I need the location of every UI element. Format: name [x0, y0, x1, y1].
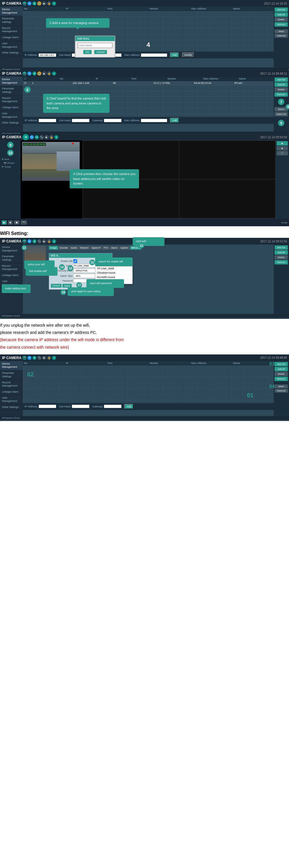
- ctrl-record-btn[interactable]: ⏺: [14, 220, 20, 224]
- mac-input-2[interactable]: [141, 119, 167, 122]
- rp3-play[interactable]: ▶: [277, 141, 288, 146]
- dialog-ok[interactable]: OK: [83, 50, 92, 54]
- lock-icon-5[interactable]: 🔒: [47, 356, 51, 360]
- sidebar-2-param[interactable]: Parameter Settings: [0, 86, 23, 95]
- ip-input-2[interactable]: [39, 119, 56, 122]
- tree-item-3[interactable]: ▼ Group: [0, 165, 21, 169]
- record-icon-3[interactable]: ▶: [44, 135, 48, 139]
- rp2-add-sel[interactable]: Add Sel: [275, 78, 288, 82]
- ctrl-stop-btn[interactable]: ■: [8, 220, 12, 224]
- info-icon-4[interactable]: ℹ: [52, 239, 56, 243]
- settings-icon-4[interactable]: ⚙: [32, 239, 36, 243]
- rp4-add-all[interactable]: Add All: [275, 250, 288, 255]
- add-btn-2[interactable]: Add: [170, 118, 179, 123]
- gateway-input-2[interactable]: [104, 119, 121, 122]
- subnet-input-2[interactable]: [72, 119, 89, 122]
- sidebar-device-mgmt[interactable]: Device Management: [0, 7, 23, 16]
- rp2-refresh[interactable]: Refresh: [275, 92, 288, 97]
- network-icon[interactable]: 🌐: [37, 1, 41, 5]
- sidebar-2-other[interactable]: Other Settings: [0, 120, 23, 126]
- tree-item-1[interactable]: ▼ Area: [0, 157, 21, 161]
- rp5-delete[interactable]: Delete: [275, 372, 288, 376]
- rp2-select-all[interactable]: Select All: [275, 112, 288, 116]
- rp3-full[interactable]: ⛶: [277, 151, 288, 155]
- ip-input-5[interactable]: [39, 405, 56, 408]
- rp5-select[interactable]: Select: [275, 384, 288, 388]
- dialog-add-area[interactable]: Add Area OK Cancel: [75, 36, 115, 58]
- add-btn[interactable]: Add: [170, 52, 179, 58]
- sidebar-linkage-alarm[interactable]: Linkage Alarm: [0, 35, 23, 41]
- refresh-icon-3[interactable]: ↻: [30, 135, 34, 139]
- dialog-cancel[interactable]: Cancel: [94, 50, 107, 54]
- lock-icon-3[interactable]: 🔒: [49, 135, 53, 139]
- sidebar-param-settings[interactable]: Parameter Settings: [0, 16, 23, 25]
- record-icon-5[interactable]: ▶: [42, 356, 46, 360]
- sidebar-4-param[interactable]: Parameter Settings: [0, 254, 23, 263]
- rp-select-all[interactable]: Select All: [275, 34, 288, 38]
- tab-ptz[interactable]: PTZ: [102, 246, 110, 250]
- wifi-option-3[interactable]: HUAWEI-Guest: [95, 275, 132, 279]
- info-icon[interactable]: ℹ: [52, 1, 56, 5]
- network-icon-2[interactable]: 🌐: [37, 71, 41, 75]
- tab-encode[interactable]: Encode: [59, 246, 69, 250]
- record-icon[interactable]: ▶: [42, 1, 46, 5]
- sidebar-5-user[interactable]: User Management: [0, 395, 23, 404]
- camera-icon-5[interactable]: 📷: [23, 356, 27, 360]
- rp5-select-all[interactable]: Select All: [275, 389, 288, 393]
- sidebar-4-alarm[interactable]: Linkage Alarm: [0, 273, 23, 279]
- wifi-default-btn[interactable]: Default: [51, 284, 62, 288]
- subnet-input-5[interactable]: [72, 405, 89, 408]
- info-icon-2[interactable]: ℹ: [52, 71, 56, 75]
- info-icon-3[interactable]: ℹ: [54, 135, 59, 139]
- tab-image[interactable]: Image: [49, 246, 58, 250]
- refresh-icon-2[interactable]: ↻: [28, 71, 32, 75]
- rp-delete[interactable]: Delete: [275, 18, 288, 22]
- rp-add-sel[interactable]: Add Sel: [275, 7, 288, 12]
- sidebar-5-alarm[interactable]: Linkage Alarm: [0, 389, 23, 395]
- sidebar-2-record[interactable]: Record Management: [0, 95, 23, 105]
- wifi-option-1[interactable]: TP-LINK_5688: [95, 267, 132, 271]
- rp-select[interactable]: Select: [275, 30, 288, 33]
- rp5-add-all[interactable]: Add All: [275, 367, 288, 371]
- sidebar-user-mgmt[interactable]: User Management: [0, 41, 23, 50]
- sidebar-2-alarm[interactable]: Linkage Alarm: [0, 105, 23, 111]
- settings-icon-2[interactable]: ⚙: [32, 71, 36, 75]
- tab-network[interactable]: Network: [79, 246, 90, 250]
- info-icon-5[interactable]: ℹ: [52, 356, 56, 360]
- modify-btn[interactable]: Modify: [182, 52, 194, 58]
- tab-agent[interactable]: Agent IP: [90, 246, 102, 250]
- rp4-delete[interactable]: Delete: [275, 255, 288, 259]
- ip-input[interactable]: [39, 54, 56, 57]
- ctrl-play-btn[interactable]: ▶: [2, 220, 7, 224]
- refresh-icon-4[interactable]: ↻: [28, 239, 32, 243]
- mac-input[interactable]: [141, 54, 167, 57]
- rp3-stop[interactable]: ■: [277, 146, 288, 151]
- sidebar-2-device[interactable]: Device Management: [0, 77, 23, 86]
- tab-system[interactable]: System: [119, 246, 130, 250]
- gateway-input-5[interactable]: [104, 405, 121, 408]
- rp2-add-all[interactable]: Add All: [275, 83, 288, 87]
- rp5-add-sel[interactable]: Add Sel: [275, 362, 288, 366]
- camera-icon[interactable]: 📷: [23, 1, 27, 5]
- sidebar-record-mgmt[interactable]: Record Management: [0, 26, 23, 35]
- settings-icon-3[interactable]: ⚙: [35, 135, 39, 139]
- record-icon-4[interactable]: ▶: [42, 239, 46, 243]
- rp4-refresh[interactable]: Refresh: [275, 260, 288, 265]
- record-icon-2[interactable]: ▶: [42, 71, 46, 75]
- rp4-add-sel[interactable]: Add Sel: [275, 245, 288, 250]
- sidebar-5-other[interactable]: Other Settings: [0, 404, 23, 410]
- table-row-1[interactable]: ☑ 1 192.168.2.108 80 V2.3.1.71706L 04:44…: [23, 81, 274, 85]
- cam-thumb-icon[interactable]: 🖼: [23, 134, 29, 140]
- camera-icon-2[interactable]: 📷: [23, 71, 27, 75]
- rp2-delete[interactable]: Delete: [275, 87, 288, 92]
- rp-refresh[interactable]: Refresh: [275, 22, 288, 27]
- lock-icon-4[interactable]: 🔒: [47, 239, 51, 243]
- gear-icon-5[interactable]: 🔧: [37, 356, 41, 360]
- lock-icon-2[interactable]: 🔒: [47, 71, 51, 75]
- sidebar-2-user[interactable]: User Management: [0, 111, 23, 120]
- tab-alarm[interactable]: Alarm: [110, 246, 119, 250]
- tree-item-2[interactable]: 📷 IPCam: [0, 161, 21, 165]
- sidebar-5-param[interactable]: Parameter Settings: [0, 370, 23, 380]
- sidebar-5-device[interactable]: Device Management: [0, 361, 23, 370]
- sidebar-other-settings[interactable]: Other Settings: [0, 50, 23, 56]
